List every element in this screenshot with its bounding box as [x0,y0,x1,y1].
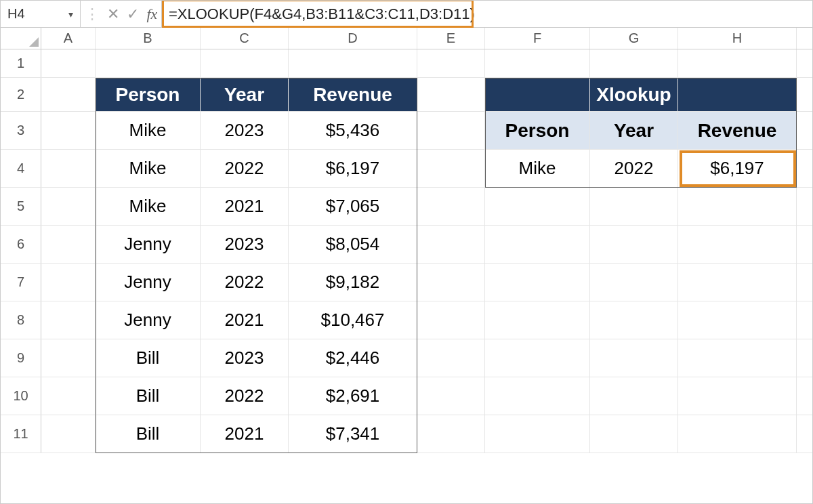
cell-c8[interactable]: 2021 [201,301,289,339]
cell-a10[interactable] [41,377,96,415]
cell-c3[interactable]: 2023 [201,112,289,149]
cell-c11[interactable]: 2021 [201,415,289,453]
cell-b2[interactable]: Person [96,78,201,111]
cell-h8[interactable] [678,301,797,339]
cell-d9[interactable]: $2,446 [289,339,417,377]
cancel-icon[interactable]: ✕ [107,5,119,23]
cell-h1[interactable] [678,49,797,77]
cell-h4[interactable]: $6,197 [678,150,797,187]
cell-d3[interactable]: $5,436 [289,112,417,149]
cell-e10[interactable] [417,377,485,415]
select-all-corner[interactable] [1,28,41,49]
row-header-5[interactable]: 5 [1,188,41,225]
cell-e3[interactable] [417,112,485,149]
cell-d11[interactable]: $7,341 [289,415,417,453]
cell-b3[interactable]: Mike [96,112,201,149]
cell-h3[interactable]: Revenue [678,112,797,149]
col-header-f[interactable]: F [485,28,590,49]
cell-a4[interactable] [41,150,96,187]
cell-a3[interactable] [41,112,96,149]
col-header-h[interactable]: H [678,28,797,49]
cell-d7[interactable]: $9,182 [289,264,417,301]
cell-a5[interactable] [41,188,96,225]
cell-c5[interactable]: 2021 [201,188,289,225]
row-header-6[interactable]: 6 [1,226,41,263]
cell-d5[interactable]: $7,065 [289,188,417,225]
cell-h10[interactable] [678,377,797,415]
cell-h5[interactable] [678,188,797,225]
cell-e1[interactable] [417,49,485,77]
row-header-7[interactable]: 7 [1,264,41,301]
cell-f2[interactable] [485,78,590,111]
cell-f10[interactable] [485,377,590,415]
col-header-a[interactable]: A [41,28,96,49]
cell-a2[interactable] [41,78,96,111]
cell-d8[interactable]: $10,467 [289,301,417,339]
cell-b9[interactable]: Bill [96,339,201,377]
cell-d6[interactable]: $8,054 [289,226,417,263]
row-header-11[interactable]: 11 [1,415,41,453]
row-header-1[interactable]: 1 [1,49,41,77]
cell-g6[interactable] [590,226,678,263]
fx-icon[interactable]: fx [146,5,157,23]
cell-c6[interactable]: 2023 [201,226,289,263]
spreadsheet-grid[interactable]: A B C D E F G H 1 2 Person Year Revenue [1,28,812,504]
col-header-b[interactable]: B [96,28,201,49]
cell-f1[interactable] [485,49,590,77]
row-header-9[interactable]: 9 [1,339,41,377]
cell-b11[interactable]: Bill [96,415,201,453]
chevron-down-icon[interactable]: ▾ [68,9,73,20]
cell-a11[interactable] [41,415,96,453]
cell-c1[interactable] [201,49,289,77]
row-header-2[interactable]: 2 [1,78,41,111]
name-box[interactable]: H4 ▾ [1,1,81,27]
cell-d10[interactable]: $2,691 [289,377,417,415]
cell-e6[interactable] [417,226,485,263]
cell-b1[interactable] [96,49,201,77]
col-header-d[interactable]: D [289,28,417,49]
cell-c2[interactable]: Year [201,78,289,111]
cell-c7[interactable]: 2022 [201,264,289,301]
cell-h11[interactable] [678,415,797,453]
cell-g8[interactable] [590,301,678,339]
cell-g9[interactable] [590,339,678,377]
cell-b6[interactable]: Jenny [96,226,201,263]
cell-e5[interactable] [417,188,485,225]
row-header-8[interactable]: 8 [1,301,41,339]
cell-g3[interactable]: Year [590,112,678,149]
cell-g1[interactable] [590,49,678,77]
cell-f3[interactable]: Person [485,112,590,149]
cell-e11[interactable] [417,415,485,453]
cell-b5[interactable]: Mike [96,188,201,225]
cell-g2[interactable]: Xlookup [590,78,678,111]
cell-f6[interactable] [485,226,590,263]
cell-h7[interactable] [678,264,797,301]
cell-e8[interactable] [417,301,485,339]
cell-e2[interactable] [417,78,485,111]
cell-b7[interactable]: Jenny [96,264,201,301]
cell-f7[interactable] [485,264,590,301]
col-header-g[interactable]: G [590,28,678,49]
cell-c10[interactable]: 2022 [201,377,289,415]
cell-g10[interactable] [590,377,678,415]
cell-f9[interactable] [485,339,590,377]
col-header-e[interactable]: E [417,28,485,49]
cell-f5[interactable] [485,188,590,225]
cell-d2[interactable]: Revenue [289,78,417,111]
row-header-10[interactable]: 10 [1,377,41,415]
cell-g4[interactable]: 2022 [590,150,678,187]
cell-d4[interactable]: $6,197 [289,150,417,187]
cell-a9[interactable] [41,339,96,377]
cell-b10[interactable]: Bill [96,377,201,415]
cell-c4[interactable]: 2022 [201,150,289,187]
cell-g5[interactable] [590,188,678,225]
row-header-3[interactable]: 3 [1,112,41,149]
cell-a7[interactable] [41,264,96,301]
col-header-c[interactable]: C [201,28,289,49]
cell-e7[interactable] [417,264,485,301]
cell-a8[interactable] [41,301,96,339]
cell-a1[interactable] [41,49,96,77]
cell-f4[interactable]: Mike [485,150,590,187]
formula-input[interactable]: =XLOOKUP(F4&G4,B3:B11&C3:C11,D3:D11) [162,1,812,27]
cell-f8[interactable] [485,301,590,339]
